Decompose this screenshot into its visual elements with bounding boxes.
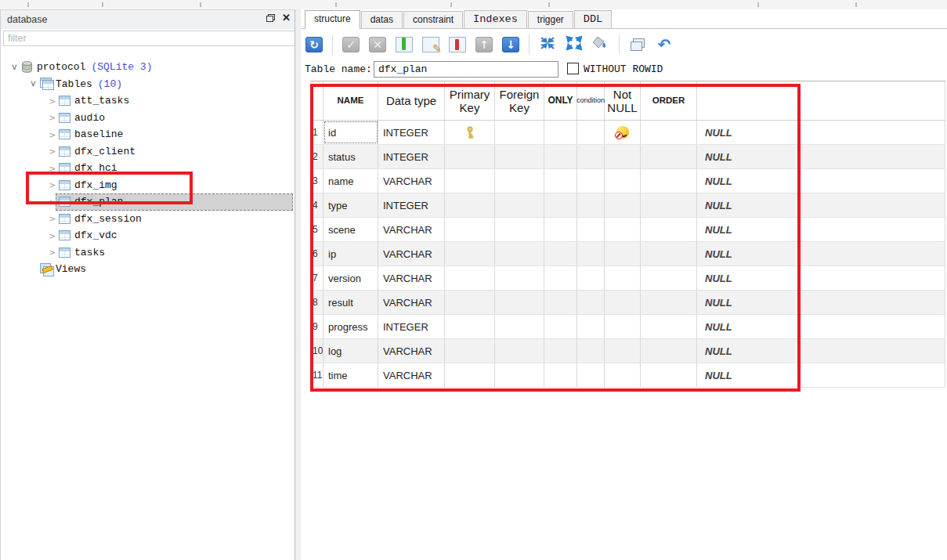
cell-foreign-key[interactable]: [495, 218, 544, 241]
cell-foreign-key[interactable]: [495, 291, 544, 314]
cell-datatype[interactable]: VARCHAR: [378, 291, 445, 314]
cell-only[interactable]: [544, 169, 577, 193]
cell-only[interactable]: [544, 291, 577, 314]
refresh-button[interactable]: ↻: [304, 35, 324, 54]
cell-name[interactable]: id: [323, 121, 378, 144]
row-number[interactable]: 8: [310, 291, 323, 314]
header-not-null[interactable]: Not NULL: [605, 81, 641, 120]
cell-condition[interactable]: [577, 315, 605, 338]
cell-primary-key[interactable]: [445, 266, 495, 290]
chevron-right-icon[interactable]: >: [46, 180, 59, 190]
cell-not-null[interactable]: [605, 363, 641, 387]
cell-order[interactable]: [641, 315, 697, 338]
cell-condition[interactable]: [577, 363, 605, 387]
tree-item-tasks[interactable]: >tasks: [1, 244, 295, 262]
cell-datatype[interactable]: VARCHAR: [378, 266, 445, 290]
move-down-button[interactable]: ↓: [501, 35, 521, 54]
tree-item-tables[interactable]: >Tables(10): [1, 76, 295, 93]
row-number[interactable]: 3: [310, 169, 323, 193]
cell-default-value[interactable]: NULL: [697, 291, 945, 314]
tab-structure[interactable]: structure: [305, 10, 360, 29]
cell-datatype[interactable]: VARCHAR: [378, 363, 445, 387]
tree-item-dfx_img[interactable]: >dfx_img: [1, 177, 295, 194]
cell-name[interactable]: progress: [323, 315, 378, 338]
cell-foreign-key[interactable]: [495, 121, 544, 144]
cell-order[interactable]: [641, 145, 697, 168]
cell-only[interactable]: [544, 218, 577, 241]
cell-condition[interactable]: [577, 169, 605, 193]
cell-datatype[interactable]: INTEGER: [378, 145, 445, 168]
cell-name[interactable]: status: [323, 145, 378, 168]
cell-datatype[interactable]: VARCHAR: [378, 339, 445, 363]
cell-condition[interactable]: [577, 266, 605, 290]
chevron-down-icon[interactable]: >: [29, 78, 38, 90]
cell-condition[interactable]: [577, 145, 605, 168]
cell-foreign-key[interactable]: [495, 193, 544, 217]
tab-trigger[interactable]: trigger: [528, 11, 573, 28]
cell-primary-key[interactable]: [445, 363, 495, 387]
collapse-columns-button[interactable]: [537, 35, 558, 54]
cell-name[interactable]: type: [323, 193, 378, 217]
cell-primary-key[interactable]: [445, 218, 495, 241]
header-blank-9[interactable]: [697, 81, 945, 120]
cell-only[interactable]: [544, 363, 577, 387]
cell-default-value[interactable]: NULL: [697, 169, 945, 193]
cell-default-value[interactable]: NULL: [697, 339, 945, 363]
header-only[interactable]: ONLY: [544, 81, 577, 120]
cell-order[interactable]: [641, 218, 697, 241]
cell-order[interactable]: [641, 266, 697, 290]
cancel-button[interactable]: ✕: [367, 35, 388, 54]
tree-item-dfx_client[interactable]: >dfx_client: [1, 143, 295, 161]
cell-only[interactable]: [544, 315, 577, 338]
cell-only[interactable]: [544, 145, 577, 168]
chevron-down-icon[interactable]: >: [10, 61, 20, 74]
chevron-right-icon[interactable]: >: [46, 231, 59, 240]
cell-not-null[interactable]: [605, 291, 641, 314]
cell-primary-key[interactable]: [445, 339, 495, 363]
cell-not-null[interactable]: [605, 145, 641, 168]
cell-name[interactable]: log: [323, 339, 378, 363]
edit-column-button[interactable]: ✎: [421, 35, 441, 54]
cell-condition[interactable]: [577, 218, 605, 241]
cell-condition[interactable]: [577, 339, 605, 363]
tree-item-audio[interactable]: >audio: [1, 110, 295, 127]
tab-ddl[interactable]: DDL: [574, 10, 612, 28]
tab-indexes[interactable]: Indexes: [464, 10, 527, 28]
cell-only[interactable]: [544, 193, 577, 217]
cell-name[interactable]: scene: [323, 218, 378, 241]
cell-only[interactable]: [544, 266, 577, 290]
chevron-right-icon[interactable]: >: [46, 96, 59, 106]
row-number[interactable]: 2: [310, 145, 323, 168]
cell-default-value[interactable]: NULL: [697, 121, 945, 144]
cell-datatype[interactable]: INTEGER: [378, 121, 445, 144]
cell-default-value[interactable]: NULL: [697, 145, 945, 168]
move-up-button[interactable]: ↑: [474, 35, 494, 54]
cell-datatype[interactable]: VARCHAR: [378, 242, 445, 266]
chevron-right-icon[interactable]: >: [46, 146, 59, 156]
cell-datatype[interactable]: VARCHAR: [378, 218, 445, 241]
row-number[interactable]: 1: [310, 121, 323, 144]
cell-datatype[interactable]: INTEGER: [378, 315, 445, 338]
copy-button[interactable]: [627, 35, 648, 54]
cell-order[interactable]: [641, 121, 697, 144]
cell-name[interactable]: ip: [323, 242, 378, 266]
cell-only[interactable]: [544, 121, 577, 144]
cell-name[interactable]: version: [323, 266, 378, 290]
tree-item-dfx_session[interactable]: >dfx_session: [1, 211, 295, 228]
cell-foreign-key[interactable]: [495, 266, 544, 290]
cell-primary-key[interactable]: [445, 193, 495, 217]
cell-primary-key[interactable]: [445, 169, 495, 193]
table-name-input[interactable]: [374, 61, 558, 78]
row-number[interactable]: 11: [310, 363, 323, 387]
cell-default-value[interactable]: NULL: [697, 242, 945, 266]
cell-order[interactable]: [641, 363, 697, 387]
cell-primary-key[interactable]: [445, 291, 495, 314]
cell-condition[interactable]: [577, 121, 605, 144]
row-number[interactable]: 7: [310, 266, 323, 290]
cell-datatype[interactable]: INTEGER: [378, 193, 445, 217]
chevron-right-icon[interactable]: >: [46, 113, 59, 122]
cell-not-null[interactable]: [605, 121, 641, 144]
row-number[interactable]: 5: [310, 218, 323, 241]
tab-datas[interactable]: datas: [361, 11, 403, 28]
cell-primary-key[interactable]: [445, 121, 495, 144]
